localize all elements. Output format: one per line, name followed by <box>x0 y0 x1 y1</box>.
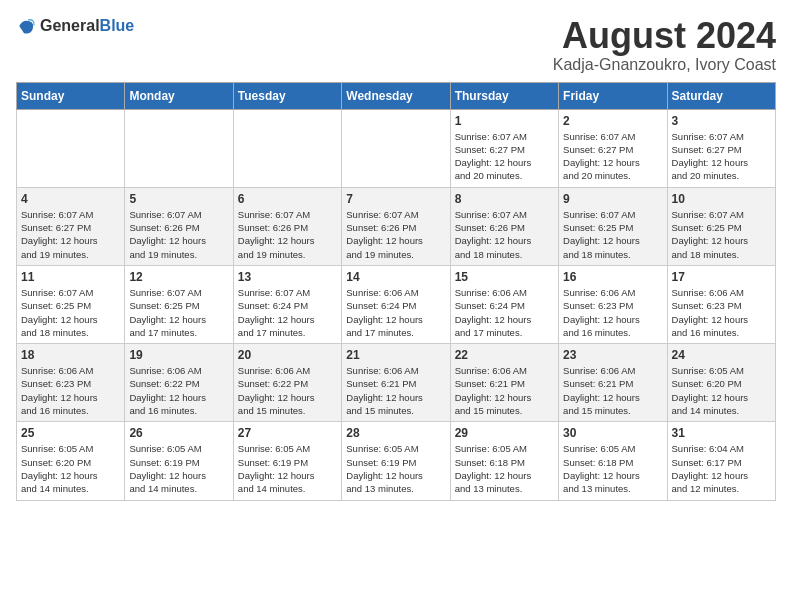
day-info: Sunrise: 6:06 AM Sunset: 6:22 PM Dayligh… <box>129 364 228 417</box>
logo-text: GeneralBlue <box>40 17 134 35</box>
day-number: 5 <box>129 192 228 206</box>
calendar-cell: 3Sunrise: 6:07 AM Sunset: 6:27 PM Daylig… <box>667 109 775 187</box>
day-info: Sunrise: 6:07 AM Sunset: 6:27 PM Dayligh… <box>455 130 554 183</box>
day-number: 3 <box>672 114 771 128</box>
day-number: 26 <box>129 426 228 440</box>
calendar-cell: 20Sunrise: 6:06 AM Sunset: 6:22 PM Dayli… <box>233 344 341 422</box>
day-info: Sunrise: 6:05 AM Sunset: 6:19 PM Dayligh… <box>346 442 445 495</box>
day-header-monday: Monday <box>125 82 233 109</box>
day-header-saturday: Saturday <box>667 82 775 109</box>
calendar-cell <box>233 109 341 187</box>
day-info: Sunrise: 6:06 AM Sunset: 6:23 PM Dayligh… <box>672 286 771 339</box>
day-info: Sunrise: 6:06 AM Sunset: 6:24 PM Dayligh… <box>455 286 554 339</box>
calendar-cell: 15Sunrise: 6:06 AM Sunset: 6:24 PM Dayli… <box>450 265 558 343</box>
day-number: 31 <box>672 426 771 440</box>
week-row-5: 25Sunrise: 6:05 AM Sunset: 6:20 PM Dayli… <box>17 422 776 500</box>
calendar-table: SundayMondayTuesdayWednesdayThursdayFrid… <box>16 82 776 501</box>
day-info: Sunrise: 6:04 AM Sunset: 6:17 PM Dayligh… <box>672 442 771 495</box>
calendar-cell: 18Sunrise: 6:06 AM Sunset: 6:23 PM Dayli… <box>17 344 125 422</box>
header: GeneralBlue August 2024 Kadja-Gnanzoukro… <box>16 16 776 74</box>
day-info: Sunrise: 6:06 AM Sunset: 6:21 PM Dayligh… <box>455 364 554 417</box>
day-number: 23 <box>563 348 662 362</box>
calendar-cell: 30Sunrise: 6:05 AM Sunset: 6:18 PM Dayli… <box>559 422 667 500</box>
day-header-sunday: Sunday <box>17 82 125 109</box>
day-info: Sunrise: 6:06 AM Sunset: 6:23 PM Dayligh… <box>21 364 120 417</box>
calendar-cell: 19Sunrise: 6:06 AM Sunset: 6:22 PM Dayli… <box>125 344 233 422</box>
main-title: August 2024 <box>553 16 776 56</box>
week-row-2: 4Sunrise: 6:07 AM Sunset: 6:27 PM Daylig… <box>17 187 776 265</box>
day-number: 20 <box>238 348 337 362</box>
day-number: 29 <box>455 426 554 440</box>
day-info: Sunrise: 6:07 AM Sunset: 6:24 PM Dayligh… <box>238 286 337 339</box>
day-number: 15 <box>455 270 554 284</box>
calendar-cell: 6Sunrise: 6:07 AM Sunset: 6:26 PM Daylig… <box>233 187 341 265</box>
day-number: 17 <box>672 270 771 284</box>
day-info: Sunrise: 6:07 AM Sunset: 6:25 PM Dayligh… <box>129 286 228 339</box>
day-info: Sunrise: 6:06 AM Sunset: 6:21 PM Dayligh… <box>563 364 662 417</box>
calendar-cell: 7Sunrise: 6:07 AM Sunset: 6:26 PM Daylig… <box>342 187 450 265</box>
calendar-cell: 21Sunrise: 6:06 AM Sunset: 6:21 PM Dayli… <box>342 344 450 422</box>
calendar-cell: 8Sunrise: 6:07 AM Sunset: 6:26 PM Daylig… <box>450 187 558 265</box>
calendar-cell: 22Sunrise: 6:06 AM Sunset: 6:21 PM Dayli… <box>450 344 558 422</box>
calendar-cell: 16Sunrise: 6:06 AM Sunset: 6:23 PM Dayli… <box>559 265 667 343</box>
calendar-cell: 9Sunrise: 6:07 AM Sunset: 6:25 PM Daylig… <box>559 187 667 265</box>
calendar-cell: 28Sunrise: 6:05 AM Sunset: 6:19 PM Dayli… <box>342 422 450 500</box>
day-number: 9 <box>563 192 662 206</box>
calendar-cell: 5Sunrise: 6:07 AM Sunset: 6:26 PM Daylig… <box>125 187 233 265</box>
day-info: Sunrise: 6:07 AM Sunset: 6:26 PM Dayligh… <box>238 208 337 261</box>
calendar-cell: 12Sunrise: 6:07 AM Sunset: 6:25 PM Dayli… <box>125 265 233 343</box>
day-header-thursday: Thursday <box>450 82 558 109</box>
logo-icon <box>16 16 36 36</box>
calendar-cell: 23Sunrise: 6:06 AM Sunset: 6:21 PM Dayli… <box>559 344 667 422</box>
day-info: Sunrise: 6:05 AM Sunset: 6:20 PM Dayligh… <box>21 442 120 495</box>
day-number: 22 <box>455 348 554 362</box>
day-number: 6 <box>238 192 337 206</box>
day-number: 24 <box>672 348 771 362</box>
day-info: Sunrise: 6:07 AM Sunset: 6:26 PM Dayligh… <box>455 208 554 261</box>
calendar-cell: 31Sunrise: 6:04 AM Sunset: 6:17 PM Dayli… <box>667 422 775 500</box>
calendar-cell: 27Sunrise: 6:05 AM Sunset: 6:19 PM Dayli… <box>233 422 341 500</box>
day-number: 14 <box>346 270 445 284</box>
calendar-cell: 11Sunrise: 6:07 AM Sunset: 6:25 PM Dayli… <box>17 265 125 343</box>
day-number: 7 <box>346 192 445 206</box>
day-number: 8 <box>455 192 554 206</box>
week-row-3: 11Sunrise: 6:07 AM Sunset: 6:25 PM Dayli… <box>17 265 776 343</box>
day-info: Sunrise: 6:07 AM Sunset: 6:27 PM Dayligh… <box>21 208 120 261</box>
day-info: Sunrise: 6:07 AM Sunset: 6:26 PM Dayligh… <box>346 208 445 261</box>
calendar-cell <box>125 109 233 187</box>
logo: GeneralBlue <box>16 16 134 36</box>
title-area: August 2024 Kadja-Gnanzoukro, Ivory Coas… <box>553 16 776 74</box>
day-header-wednesday: Wednesday <box>342 82 450 109</box>
calendar-cell: 1Sunrise: 6:07 AM Sunset: 6:27 PM Daylig… <box>450 109 558 187</box>
day-number: 16 <box>563 270 662 284</box>
day-number: 28 <box>346 426 445 440</box>
day-info: Sunrise: 6:07 AM Sunset: 6:25 PM Dayligh… <box>21 286 120 339</box>
subtitle: Kadja-Gnanzoukro, Ivory Coast <box>553 56 776 74</box>
day-number: 4 <box>21 192 120 206</box>
day-info: Sunrise: 6:05 AM Sunset: 6:18 PM Dayligh… <box>455 442 554 495</box>
day-info: Sunrise: 6:07 AM Sunset: 6:25 PM Dayligh… <box>563 208 662 261</box>
day-info: Sunrise: 6:06 AM Sunset: 6:23 PM Dayligh… <box>563 286 662 339</box>
day-number: 25 <box>21 426 120 440</box>
day-info: Sunrise: 6:05 AM Sunset: 6:19 PM Dayligh… <box>129 442 228 495</box>
day-info: Sunrise: 6:06 AM Sunset: 6:22 PM Dayligh… <box>238 364 337 417</box>
week-row-4: 18Sunrise: 6:06 AM Sunset: 6:23 PM Dayli… <box>17 344 776 422</box>
day-info: Sunrise: 6:05 AM Sunset: 6:20 PM Dayligh… <box>672 364 771 417</box>
calendar-cell: 2Sunrise: 6:07 AM Sunset: 6:27 PM Daylig… <box>559 109 667 187</box>
calendar-cell: 13Sunrise: 6:07 AM Sunset: 6:24 PM Dayli… <box>233 265 341 343</box>
day-number: 30 <box>563 426 662 440</box>
week-row-1: 1Sunrise: 6:07 AM Sunset: 6:27 PM Daylig… <box>17 109 776 187</box>
calendar-cell: 10Sunrise: 6:07 AM Sunset: 6:25 PM Dayli… <box>667 187 775 265</box>
day-number: 18 <box>21 348 120 362</box>
day-number: 2 <box>563 114 662 128</box>
day-number: 19 <box>129 348 228 362</box>
day-number: 13 <box>238 270 337 284</box>
day-number: 1 <box>455 114 554 128</box>
day-info: Sunrise: 6:06 AM Sunset: 6:21 PM Dayligh… <box>346 364 445 417</box>
day-number: 12 <box>129 270 228 284</box>
day-info: Sunrise: 6:07 AM Sunset: 6:26 PM Dayligh… <box>129 208 228 261</box>
calendar-cell <box>17 109 125 187</box>
calendar-cell <box>342 109 450 187</box>
day-info: Sunrise: 6:07 AM Sunset: 6:27 PM Dayligh… <box>563 130 662 183</box>
calendar-cell: 14Sunrise: 6:06 AM Sunset: 6:24 PM Dayli… <box>342 265 450 343</box>
